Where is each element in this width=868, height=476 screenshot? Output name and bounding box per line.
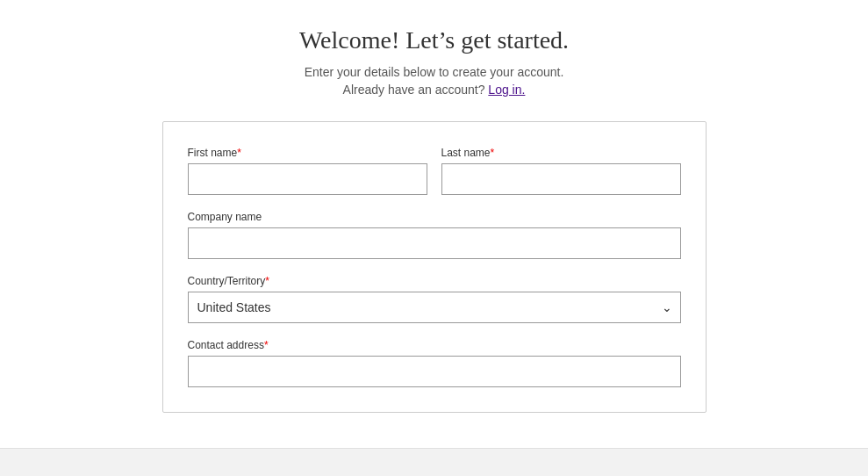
company-name-input[interactable] — [188, 227, 681, 259]
last-name-input[interactable] — [441, 163, 681, 195]
contact-address-group: Contact address* — [188, 339, 681, 387]
country-select[interactable]: United States Canada United Kingdom Aust… — [188, 292, 681, 323]
country-select-wrapper: United States Canada United Kingdom Aust… — [188, 292, 681, 323]
first-name-label: First name* — [188, 147, 427, 159]
company-name-label: Company name — [188, 211, 681, 223]
country-label: Country/Territory* — [188, 275, 681, 287]
main-content: Welcome! Let’s get started. Enter your d… — [0, 0, 868, 448]
name-row: First name* Last name* — [188, 147, 681, 195]
first-name-group: First name* — [188, 147, 427, 195]
first-name-input[interactable] — [188, 163, 427, 195]
login-link[interactable]: Log in. — [488, 83, 525, 97]
login-line: Already have an account? Log in. — [343, 83, 526, 97]
contact-address-input[interactable] — [188, 356, 681, 387]
registration-form-card: First name* Last name* Company name Coun… — [162, 121, 707, 413]
page-title: Welcome! Let’s get started. — [299, 26, 569, 54]
last-name-label: Last name* — [441, 147, 681, 159]
company-name-group: Company name — [188, 211, 681, 259]
last-name-group: Last name* — [441, 147, 681, 195]
country-group: Country/Territory* United States Canada … — [188, 275, 681, 323]
subtitle: Enter your details below to create your … — [305, 65, 564, 79]
footer: OUR COMPANY About FedEx Our Portfolio In… — [0, 448, 868, 476]
contact-address-label: Contact address* — [188, 339, 681, 351]
